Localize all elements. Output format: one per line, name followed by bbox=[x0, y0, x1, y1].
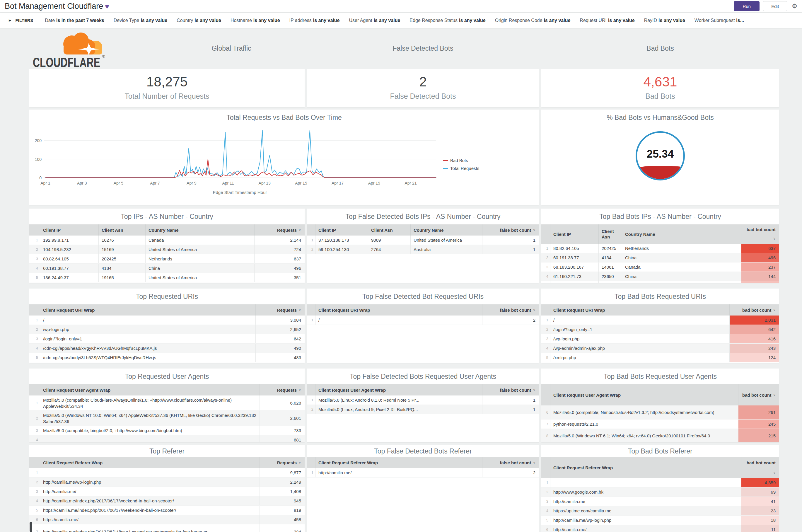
filter-device-type[interactable]: Device Typeis any value bbox=[114, 18, 167, 23]
filter-date[interactable]: Dateis in the past 7 weeks bbox=[45, 18, 104, 23]
column-header-client-request-referer-wrap[interactable]: Client Request Referer Wrap bbox=[315, 457, 482, 468]
table-cell: https://camilia.me/ bbox=[40, 515, 260, 524]
table-row: 137.120.138.1739009United States of Amer… bbox=[307, 235, 539, 245]
row-number-header bbox=[29, 304, 40, 316]
row-number: 3 bbox=[541, 334, 550, 343]
column-header-bad-bot-count[interactable]: bad bot count∨ bbox=[729, 304, 779, 316]
column-header-bad-bot-count[interactable]: bad bot count∨ bbox=[741, 224, 779, 244]
column-header-client-request-referer-wrap[interactable]: Client Request Referer Wrap bbox=[550, 457, 741, 478]
column-header-client-request-uri-wrap[interactable]: Client Request URI Wrap bbox=[315, 304, 482, 316]
table-cell: 2,652 bbox=[255, 325, 305, 334]
table-cell: 1 bbox=[482, 245, 539, 254]
column-header-country-name[interactable]: Country Name bbox=[145, 224, 254, 235]
column-header-client-ip[interactable]: Client IP bbox=[315, 224, 368, 235]
table-top-bad-bots-uris: Client Request URI Wrapbad bot count∨1/2… bbox=[541, 304, 779, 362]
column-header-client-request-user-agent-wrap[interactable]: Client Request User Agent Wrap bbox=[315, 384, 482, 396]
column-header-bad-bot-count[interactable]: bad bot count∨ bbox=[738, 384, 779, 405]
table-cell: 4134 bbox=[598, 253, 622, 262]
filter-origin-response-code[interactable]: Origin Response Codeis any value bbox=[495, 18, 571, 23]
column-header-country-name[interactable]: Country Name bbox=[410, 224, 482, 235]
column-header-false-bot-count[interactable]: false bot count∨ bbox=[482, 384, 539, 396]
table-cell: http://camilia.me/index.php/2017/06/17/w… bbox=[40, 496, 260, 505]
column-header-label: Client IP bbox=[553, 231, 571, 237]
column-header-label: Country Name bbox=[414, 227, 444, 233]
row-number: 1 bbox=[307, 468, 315, 477]
filter-country[interactable]: Countryis any value bbox=[177, 18, 221, 23]
table-cell: Netherlands bbox=[622, 244, 741, 253]
filter-ip-address[interactable]: IP addressis any value bbox=[289, 18, 340, 23]
tile-top-false-bot-uris: Top False Detected Bot Requested URIs Cl… bbox=[307, 288, 539, 363]
column-header-requests[interactable]: Requests∨ bbox=[260, 457, 305, 468]
table-cell: 1,408 bbox=[260, 487, 305, 496]
table-row: 4https://uptime.com/camilia.me23 bbox=[541, 506, 779, 516]
tile-top-referer: Top Referer Client Request Referer WrapR… bbox=[29, 445, 305, 532]
row-number: 2 bbox=[541, 325, 550, 334]
table-cell: http://camilia.me/ bbox=[550, 525, 741, 532]
column-header-requests[interactable]: Requests∨ bbox=[254, 224, 305, 235]
table-row: 5112.196.103.15214021China122 bbox=[541, 281, 779, 283]
table-title: Top False Detected Bots Referer bbox=[307, 445, 539, 457]
table-row: 2/wp-login.php2,652 bbox=[29, 325, 305, 334]
table-cell: 2 bbox=[482, 316, 539, 325]
column-header-false-bot-count[interactable]: false bot count∨ bbox=[482, 224, 539, 235]
table-cell: Mozilla/5.0 (compatible; bingbot/2.0; +h… bbox=[40, 426, 260, 435]
run-button[interactable]: Run bbox=[734, 1, 760, 11]
table-row: 5https://camilia.me/index.php/2017/06/17… bbox=[29, 506, 305, 515]
row-number-header bbox=[541, 384, 550, 405]
column-header-false-bot-count[interactable]: false bot count∨ bbox=[482, 304, 539, 316]
filter-condition: is... bbox=[736, 18, 744, 23]
table-cell: /cdn-cgi/apps/head/xVgyKhR-vV3dAUGhMqfBc… bbox=[40, 344, 255, 353]
column-header-label: Client Request Referer Wrap bbox=[319, 460, 378, 466]
top-bar: Bot Management Cloudflare♥ Run Edit ⚙ bbox=[0, 0, 802, 13]
filter-condition: is in the past 7 weeks bbox=[56, 18, 104, 23]
vertical-scrollbar-thumb[interactable] bbox=[30, 522, 32, 532]
gear-icon[interactable]: ⚙ bbox=[792, 3, 797, 10]
table-row: 2Mozilla/5.0 (Windows NT 10.0; Win64; x6… bbox=[29, 411, 305, 426]
table-cell: 2,031 bbox=[729, 316, 779, 325]
table-cell: 733 bbox=[260, 426, 305, 435]
column-header-client-request-uri-wrap[interactable]: Client Request URI Wrap bbox=[40, 304, 255, 316]
filter-hostname[interactable]: Hostnameis any value bbox=[230, 18, 280, 23]
table-cell: /wp-login.php bbox=[40, 325, 255, 334]
column-header-client-asn[interactable]: Client Asn bbox=[368, 224, 410, 235]
filter-condition: is any value bbox=[459, 18, 486, 23]
column-header-requests[interactable]: Requests∨ bbox=[255, 304, 305, 316]
column-header-label: bad bot count bbox=[747, 227, 776, 232]
column-header-client-request-user-agent-wrap[interactable]: Client Request User Agent Wrap bbox=[550, 384, 738, 405]
filter-condition: is any value bbox=[253, 18, 280, 23]
row-number-header bbox=[307, 384, 315, 396]
table-cell: 416 bbox=[729, 334, 779, 343]
filter-rayid[interactable]: RayIDis any value bbox=[644, 18, 685, 23]
sort-caret-icon: ∨ bbox=[773, 307, 776, 313]
edit-button[interactable]: Edit bbox=[763, 1, 787, 11]
column-header-client-request-uri-wrap[interactable]: Client Request URI Wrap bbox=[550, 304, 729, 316]
column-header-client-request-referer-wrap[interactable]: Client Request Referer Wrap bbox=[40, 457, 260, 468]
column-header-client-request-user-agent-wrap[interactable]: Client Request User Agent Wrap bbox=[40, 384, 260, 396]
filter-user-agent[interactable]: User Agentis any value bbox=[349, 18, 400, 23]
table-title: Top IPs - AS Number - Country bbox=[29, 209, 305, 224]
column-header-label: bad bot count bbox=[742, 392, 771, 398]
column-header-requests[interactable]: Requests∨ bbox=[260, 384, 305, 396]
table-header-row: Client Request User Agent WrapRequests∨ bbox=[29, 384, 305, 396]
column-header-client-ip[interactable]: Client IP bbox=[40, 224, 98, 235]
column-header-country-name[interactable]: Country Name bbox=[622, 224, 741, 244]
x-axis-tick-label: Apr 9 bbox=[187, 181, 196, 186]
filters-expand-icon[interactable]: ▶ bbox=[9, 18, 11, 22]
table-cell: /cdn-cgi/apps/body/3Lh52SjWTQ4HRlErJykHq… bbox=[40, 353, 255, 362]
filter-worker-subrequest[interactable]: Worker Subrequestis... bbox=[694, 18, 744, 23]
filter-condition: is any value bbox=[544, 18, 571, 23]
table-cell: 2 bbox=[482, 468, 539, 477]
filters-label[interactable]: FILTERS bbox=[15, 18, 33, 23]
column-header-label: false bot count bbox=[500, 460, 531, 466]
column-header-bad-bot-count[interactable]: bad bot count∨ bbox=[741, 457, 779, 478]
column-header-label: Client Asn bbox=[602, 228, 619, 240]
column-header-client-ip[interactable]: Client IP bbox=[550, 224, 598, 244]
table-row: 1/2,031 bbox=[541, 316, 779, 325]
column-header-false-bot-count[interactable]: false bot count∨ bbox=[482, 457, 539, 468]
filter-edge-response-status[interactable]: Edge Response Statusis any value bbox=[409, 18, 485, 23]
column-header-client-asn[interactable]: Client Asn bbox=[598, 224, 622, 244]
table-cell: United States of America bbox=[145, 245, 254, 254]
column-header-client-asn[interactable]: Client Asn bbox=[98, 224, 145, 235]
filter-request-uri[interactable]: Request URIis any value bbox=[580, 18, 634, 23]
tile-top-bad-bots-user-agents: Top Bad Bots Requested User Agents Clien… bbox=[541, 368, 779, 442]
